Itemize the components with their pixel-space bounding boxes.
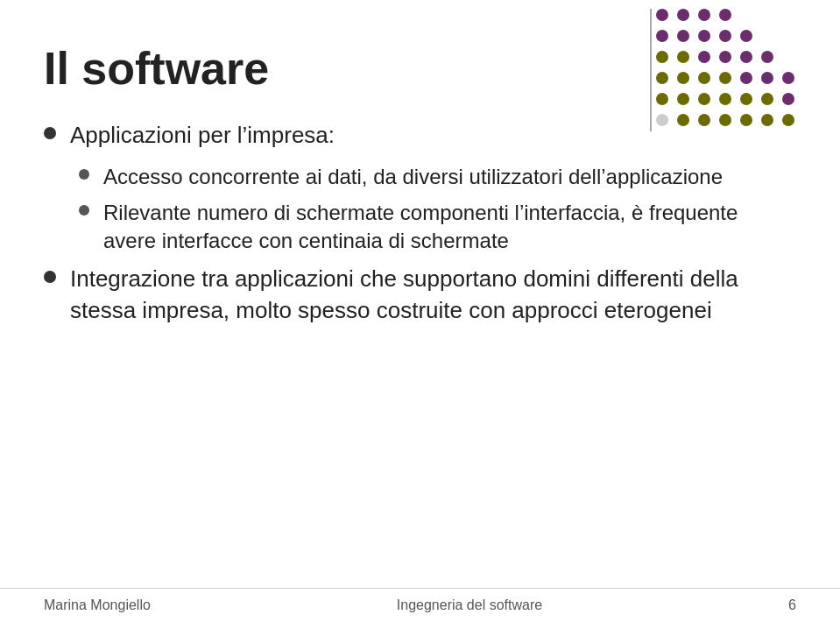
divider-line — [650, 9, 652, 131]
bullet-marker — [44, 127, 56, 139]
decoration-dot — [761, 30, 773, 42]
bullet-marker — [44, 271, 56, 283]
decoration-dot — [782, 51, 794, 63]
decoration-dot — [719, 9, 731, 21]
decoration-dot — [677, 51, 689, 63]
decoration-dot — [740, 93, 752, 105]
dots-decoration — [656, 9, 814, 123]
decoration-dot — [677, 72, 689, 84]
decoration-dot — [656, 114, 668, 126]
decoration-dot — [761, 72, 773, 84]
decoration-dot — [740, 114, 752, 126]
footer-center: Ingegneria del software — [397, 597, 542, 613]
decoration-dot — [677, 93, 689, 105]
decoration-dot — [719, 72, 731, 84]
bullet-text: Applicazioni per l’impresa: — [70, 120, 335, 151]
bullet-text: Accesso concorrente ai dati, da diversi … — [103, 163, 723, 191]
decoration-dot — [677, 114, 689, 126]
slide-content: Applicazioni per l’impresa: Accesso conc… — [44, 120, 796, 325]
decoration-dot — [677, 30, 689, 42]
bullet-marker — [79, 169, 89, 180]
decoration-dot — [656, 51, 668, 63]
decoration-dot — [761, 114, 773, 126]
decoration-dot — [782, 9, 794, 21]
decoration-dot — [698, 114, 710, 126]
decoration-dot — [761, 51, 773, 63]
list-item: Accesso concorrente ai dati, da diversi … — [79, 163, 796, 191]
decoration-dot — [698, 30, 710, 42]
decoration-dot — [698, 51, 710, 63]
decoration-dot — [740, 72, 752, 84]
decoration-dot — [761, 9, 773, 21]
decoration-dot — [698, 9, 710, 21]
footer-page-number: 6 — [788, 597, 796, 613]
list-item: Rilevante numero di schermate componenti… — [79, 199, 796, 256]
decoration-dot — [740, 9, 752, 21]
decoration-dot — [656, 93, 668, 105]
decoration-dot — [656, 30, 668, 42]
decoration-dot — [719, 93, 731, 105]
decoration-dot — [719, 51, 731, 63]
decoration-dot — [782, 114, 794, 126]
decoration-dot — [719, 114, 731, 126]
decoration-dot — [782, 72, 794, 84]
decoration-dot — [698, 93, 710, 105]
bullet-marker — [79, 205, 89, 216]
footer-author: Marina Mongiello — [44, 597, 151, 613]
decoration-dot — [698, 72, 710, 84]
decoration-dot — [740, 30, 752, 42]
bullet-list: Applicazioni per l’impresa: Accesso conc… — [44, 120, 796, 325]
bullet-text: Rilevante numero di schermate componenti… — [103, 199, 796, 256]
decoration-dot — [677, 9, 689, 21]
footer: Marina Mongiello Ingegneria del software… — [0, 588, 840, 613]
slide: Il software Applicazioni per l’impresa: … — [0, 0, 840, 629]
decoration-dot — [782, 93, 794, 105]
decoration-dot — [656, 72, 668, 84]
bullet-text: Integrazione tra applicazioni che suppor… — [70, 264, 796, 325]
decoration-dot — [656, 9, 668, 21]
decoration-dot — [782, 30, 794, 42]
decoration-dot — [740, 51, 752, 63]
list-item: Integrazione tra applicazioni che suppor… — [44, 264, 796, 325]
decoration-dot — [719, 30, 731, 42]
decoration-dot — [761, 93, 773, 105]
dots-grid — [656, 9, 814, 131]
